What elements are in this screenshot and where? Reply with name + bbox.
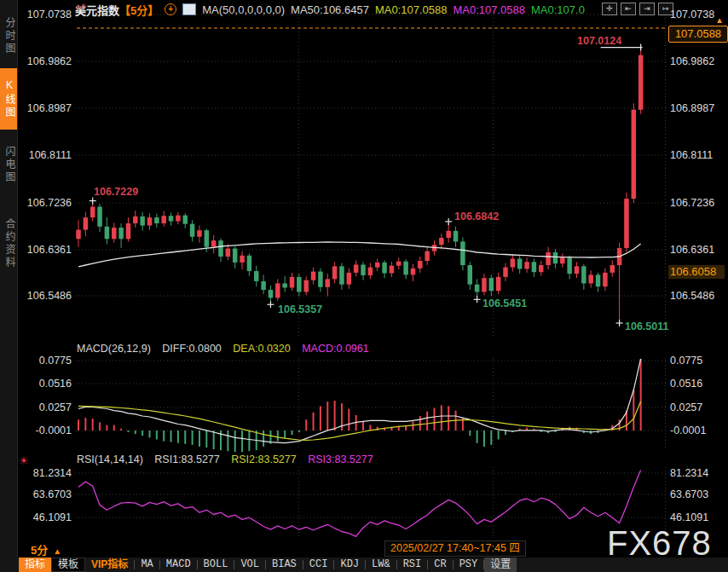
period-tag: 【5分】	[119, 4, 159, 17]
toolbar-item-vol[interactable]: VOL	[234, 558, 265, 572]
rsi-tick-left: 63.6703	[19, 488, 72, 500]
sidebar-tab-contract-info[interactable]: 合约资料	[0, 201, 17, 286]
ma0-yellow-value: MA0:107.0588	[375, 3, 448, 16]
y-tick-right: 106.5486	[670, 290, 723, 302]
mini-chart-icon	[182, 3, 196, 15]
ma0-magenta-value: MA0:107.0588	[453, 3, 525, 16]
toolbar-item-lwr[interactable]: LW&	[366, 558, 396, 572]
toolbar-item-kdj[interactable]: KDJ	[334, 558, 365, 572]
annotation-low: 106.5357	[278, 303, 322, 315]
toolbar-item-macd[interactable]: MACD	[160, 558, 197, 572]
rsi-params-label: RSI(14,14,14)	[77, 454, 143, 465]
rsi-tick-left: 46.1091	[19, 511, 72, 523]
left-sidebar: 分时图 K线图 闪电图 合约资料	[0, 0, 18, 558]
toolbar-item-cci[interactable]: CCI	[303, 558, 334, 572]
toolbar-item-psy[interactable]: PSY	[454, 558, 484, 572]
rsi-tick-right: 63.6703	[670, 488, 723, 500]
macd-tick-right: 0.0775	[670, 355, 723, 367]
axis-compress-icon[interactable]: ⇤	[621, 3, 636, 15]
y-tick-right: 106.8111	[670, 149, 723, 161]
rsi-tick-right: 81.2314	[670, 467, 723, 479]
price-up-arrow-icon: ▲	[715, 15, 724, 25]
current-price-badge: 107.0588	[668, 26, 728, 43]
macd-value: MACD:0.0961	[302, 343, 369, 355]
sidebar-tab-time-chart[interactable]: 分时图	[0, 3, 17, 68]
macd-params-label: MACD(26,12,9)	[77, 343, 151, 355]
period-arrow-icon: ▲	[53, 546, 61, 556]
macd-tick-right: 0.0257	[670, 402, 723, 413]
rsi1-value: RSI1:83.5277	[154, 454, 219, 465]
crosshair-icon[interactable]: ✛	[602, 3, 617, 15]
y-tick-left: 106.5486	[19, 290, 72, 302]
y-tick-right: 106.7236	[670, 197, 723, 209]
y-tick-left: 106.8987	[19, 102, 72, 114]
macd-tick-right: -0.0001	[670, 425, 723, 436]
chart-header: 美元指数【5分】 + MA(50,0,0,0,0,0) MA50:106.645…	[75, 2, 585, 17]
annotation-high: 107.0124	[577, 35, 621, 47]
annotation-low: 106.5451	[482, 298, 527, 309]
period-selector[interactable]: 5分▲	[31, 541, 61, 558]
alert-sun-icon[interactable]: ☀	[19, 454, 29, 467]
y-tick-left: 106.8111	[19, 149, 72, 161]
macd-diff-value: DIFF:0.0800	[162, 343, 221, 355]
indicator-toolbar: 指标 模板 VIP指标 MA MACD BOLL VOL BIAS CCI KD…	[0, 558, 728, 572]
y-tick-left: 106.7236	[19, 197, 72, 209]
toolbar-item-settings[interactable]: 设置	[484, 558, 517, 572]
rsi3-value: RSI3:83.5277	[308, 454, 373, 465]
ma-settings-label: MA(50,0,0,0,0,0)	[202, 3, 285, 16]
macd-dea-value: DEA:0.0320	[233, 343, 290, 355]
chart-canvas[interactable]	[0, 0, 728, 572]
macd-tick-left: -0.0001	[19, 425, 72, 436]
rsi-tick-right: 46.1091	[670, 511, 723, 523]
add-indicator-icon[interactable]: +	[165, 3, 176, 15]
header-icon-group: ✛ ⇤ ⇥ ↦	[602, 3, 673, 15]
y-tick-left: 106.9862	[19, 55, 72, 67]
macd-header: MACD(26,12,9) DIFF:0.0800 DEA:0.0320 MAC…	[77, 343, 378, 355]
toolbar-item-rsi[interactable]: RSI	[397, 558, 428, 572]
toolbar-item-ma[interactable]: MA	[135, 558, 159, 572]
rsi-tick-left: 81.2314	[19, 467, 72, 479]
annotation-high: 106.6842	[454, 211, 499, 222]
y-tick-left: 107.0738	[19, 9, 72, 20]
sidebar-tab-flash-chart[interactable]: 闪电图	[0, 131, 17, 198]
toolbar-item-boll[interactable]: BOLL	[198, 558, 234, 572]
macd-tick-left: 0.0516	[19, 378, 72, 390]
axis-expand-icon[interactable]: ⇥	[639, 3, 655, 15]
sidebar-tab-kline[interactable]: K线图	[0, 68, 17, 130]
prev-close-badge: 106.6058	[668, 265, 725, 279]
toolbar-item-bias[interactable]: BIAS	[266, 558, 303, 572]
toolbar-item-vip-indicator[interactable]: VIP指标	[85, 558, 134, 572]
macd-tick-left: 0.0257	[19, 402, 72, 413]
time-range-label: 2025/02/27 17:40~17:45 四	[384, 540, 526, 557]
kline-app-window: 分时图 K线图 闪电图 合约资料 美元指数【5分】 + MA(50,0,0,0,…	[0, 0, 728, 572]
toolbar-item-indicator[interactable]: 指标	[19, 558, 51, 572]
y-tick-right: 106.6361	[670, 244, 723, 256]
y-tick-left: 106.6361	[19, 244, 72, 256]
macd-tick-left: 0.0775	[19, 355, 72, 367]
y-tick-right: 106.8987	[670, 102, 723, 114]
ma0-green-value: MA0:107.0	[531, 3, 585, 16]
toolbar-item-template[interactable]: 模板	[51, 558, 85, 572]
ma50-value: MA50:106.6457	[291, 3, 369, 16]
annotation-low: 106.5011	[625, 321, 668, 332]
macd-tick-right: 0.0516	[670, 378, 723, 390]
rsi2-value: RSI2:83.5277	[231, 454, 296, 465]
annotation-high: 106.7229	[94, 186, 138, 198]
toolbar-item-cr[interactable]: CR	[428, 558, 452, 572]
rsi-header: RSI(14,14,14) RSI1:83.5277 RSI2:83.5277 …	[77, 454, 382, 465]
y-tick-right: 106.9862	[670, 55, 723, 67]
